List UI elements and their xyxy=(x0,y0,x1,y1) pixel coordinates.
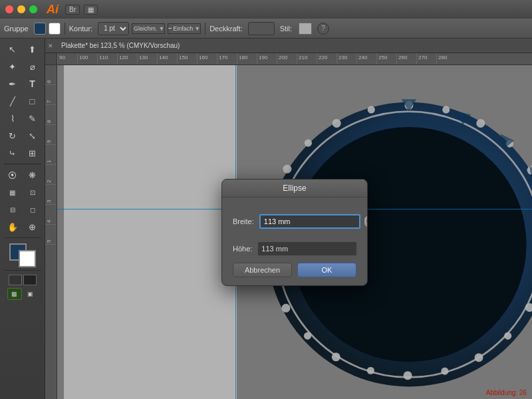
stroke-style2-preview[interactable]: Einfach ▼ xyxy=(168,23,201,34)
bridge-button[interactable]: Br xyxy=(65,5,80,15)
tool-row-3: ✒ T xyxy=(3,76,42,92)
breite-input[interactable] xyxy=(259,214,360,229)
ruler-v-mark: 9 xyxy=(45,125,57,145)
opacity-input[interactable]: 100% xyxy=(248,22,275,35)
ruler-mark: 150 xyxy=(177,53,197,65)
blend-tool[interactable]: ⦿ xyxy=(3,167,22,183)
ruler-mark: 130 xyxy=(137,53,157,65)
divider2 xyxy=(205,23,205,35)
ruler-mark: 140 xyxy=(157,53,177,65)
main-area: ↖ ⬆ ✦ ⌀ ✒ T ╱ □ ⌇ ✎ ↻ ⤡ ⤷ ⊞ ⦿ ❋ xyxy=(0,39,532,399)
tool-row-2: ✦ ⌀ xyxy=(3,59,42,74)
symbol-tool[interactable]: ❋ xyxy=(23,167,42,183)
ruler-v-mark: 7 xyxy=(45,85,57,105)
stroke-style1-preview[interactable]: Gleichm. ▼ xyxy=(132,23,165,34)
tab-title: Plakette* bei 123,5 % (CMYK/Vorschau) xyxy=(56,42,185,49)
view-mode-row: ▩ ▣ xyxy=(7,288,38,300)
ruler-v-mark: 1 xyxy=(45,145,57,165)
dialog-body: Breite: xyxy=(222,198,367,285)
zoom-tool[interactable]: ⊕ xyxy=(23,219,42,235)
dialog-overlay: Ellipse Breite: xyxy=(57,65,532,399)
screen-mode[interactable] xyxy=(23,275,37,285)
stroke-mode[interactable]: ▣ xyxy=(23,288,38,300)
tool-separator-1 xyxy=(4,164,41,164)
stroke-color-btn[interactable] xyxy=(49,23,61,35)
ruler-mark: 160 xyxy=(197,53,217,65)
shape-tool[interactable]: □ xyxy=(23,93,42,109)
selection-tool[interactable]: ↖ xyxy=(3,41,22,57)
stroke-style1-label: Gleichm. xyxy=(134,25,158,32)
ruler-v-mark: 6 xyxy=(45,65,57,85)
ruler-v-mark: 3 xyxy=(45,185,57,205)
eraser-tool[interactable]: ◻ xyxy=(23,201,42,217)
background-color[interactable] xyxy=(19,250,36,267)
pencil-tool[interactable]: ✎ xyxy=(23,110,42,126)
breite-row: Breite: xyxy=(233,208,356,235)
slice-tool[interactable]: ⊡ xyxy=(23,184,42,200)
drawing-canvas: Schnittmenge bilden Abbildung: 26 Ellips… xyxy=(57,65,532,399)
ruler-mark: 100 xyxy=(77,53,97,65)
ruler-mark: 120 xyxy=(117,53,137,65)
divider1 xyxy=(65,23,65,35)
opacity-label: Deckkraft: xyxy=(209,25,243,33)
warp-tool[interactable]: ⤷ xyxy=(3,145,22,161)
ruler-mark: 190 xyxy=(257,53,277,65)
paintbrush-tool[interactable]: ⌇ xyxy=(3,110,22,126)
help-button[interactable]: ? xyxy=(317,23,329,35)
pen-tool[interactable]: ✒ xyxy=(3,76,22,92)
stil-preview[interactable] xyxy=(299,23,312,35)
stroke-weight-select[interactable]: 1 pt xyxy=(98,22,129,35)
fill-mode[interactable]: ▩ xyxy=(7,288,22,300)
tool-row-1: ↖ ⬆ xyxy=(3,41,42,57)
ruler-mark: 240 xyxy=(356,53,376,65)
free-transform-tool[interactable]: ⊞ xyxy=(23,145,42,161)
text-tool[interactable]: T xyxy=(23,76,42,92)
layout-button[interactable]: ▦ xyxy=(84,5,98,15)
artboard-tool[interactable]: ⊟ xyxy=(3,201,22,217)
app-logo: Ai xyxy=(47,3,59,17)
tool-row-5: ⌇ ✎ xyxy=(3,110,42,126)
tool-row-10: ⊟ ◻ xyxy=(3,201,42,217)
line-tool[interactable]: ╱ xyxy=(3,93,22,109)
ruler-mark: 180 xyxy=(237,53,257,65)
cancel-button[interactable]: Abbrechen xyxy=(233,263,292,277)
rotate-tool[interactable]: ↻ xyxy=(3,128,22,144)
stil-label: Stil: xyxy=(280,25,292,33)
magic-wand-tool[interactable]: ✦ xyxy=(3,59,22,74)
lasso-tool[interactable]: ⌀ xyxy=(23,59,42,74)
ok-button[interactable]: OK xyxy=(297,263,356,277)
maximize-button[interactable] xyxy=(29,5,37,13)
close-button[interactable] xyxy=(5,5,13,13)
direct-selection-tool[interactable]: ⬆ xyxy=(23,41,42,57)
ruler-v-mark: 2 xyxy=(45,165,57,185)
ruler-mark: 230 xyxy=(336,53,356,65)
normal-mode[interactable] xyxy=(9,275,22,285)
scale-tool[interactable]: ⤡ xyxy=(23,128,42,144)
hoehe-row: Höhe: xyxy=(233,241,356,256)
color-boxes xyxy=(9,243,36,267)
minimize-button[interactable] xyxy=(17,5,25,13)
left-toolbar: ↖ ⬆ ✦ ⌀ ✒ T ╱ □ ⌇ ✎ ↻ ⤡ ⤷ ⊞ ⦿ ❋ xyxy=(0,39,45,399)
mode-icons xyxy=(9,275,37,285)
hand-tool[interactable]: ✋ xyxy=(3,219,22,235)
svg-rect-32 xyxy=(365,217,368,226)
ruler-mark: 210 xyxy=(297,53,317,65)
tool-separator-2 xyxy=(4,237,41,238)
hoehe-input[interactable] xyxy=(257,241,357,256)
canvas-with-vruler: 6 7 8 9 1 2 3 4 5 xyxy=(45,65,532,399)
ruler-v-mark: 5 xyxy=(45,225,57,245)
tab-close-icon[interactable]: ✕ xyxy=(48,43,53,49)
tool-row-6: ↻ ⤡ xyxy=(3,128,42,144)
ruler-mark: 170 xyxy=(217,53,237,65)
main-toolbar: Gruppe Kontur: 1 pt Gleichm. ▼ Einfach ▼… xyxy=(0,19,532,39)
column-graph-tool[interactable]: ▦ xyxy=(3,184,22,200)
ruler-v-mark: 8 xyxy=(45,105,57,125)
fill-color-btn[interactable] xyxy=(34,23,46,35)
link-icon[interactable] xyxy=(363,208,368,235)
dialog-titlebar: Ellipse xyxy=(222,180,367,198)
ellipse-dialog: Ellipse Breite: xyxy=(221,179,368,286)
tab-bar: ✕ Plakette* bei 123,5 % (CMYK/Vorschau) xyxy=(45,39,532,53)
kontur-label: Kontur: xyxy=(69,25,92,33)
group-label: Gruppe xyxy=(4,25,29,33)
ruler-mark: 110 xyxy=(97,53,117,65)
